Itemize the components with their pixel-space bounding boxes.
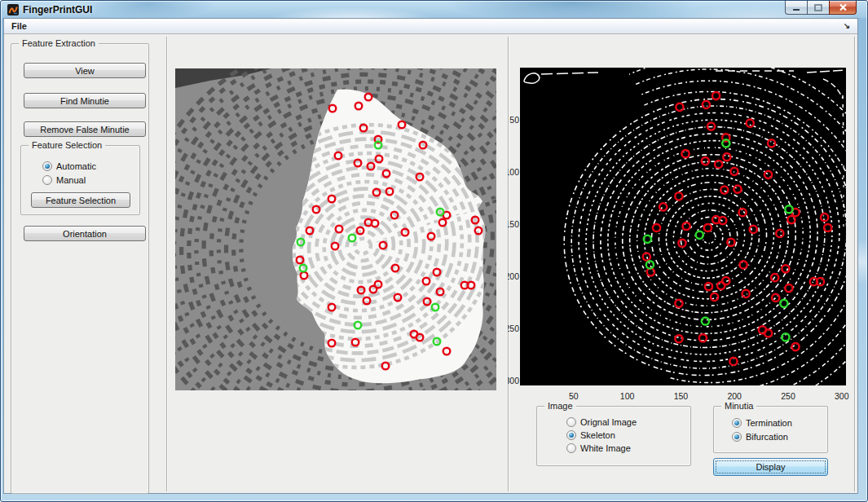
view-button[interactable]: View — [24, 63, 146, 78]
radio-white-image[interactable]: White Image — [566, 443, 631, 454]
y-axis-ticks: 50100150200250300 — [508, 35, 520, 391]
radio-bifurcation-label: Bifurcation — [746, 432, 788, 442]
radio-skeleton-label: Skeleton — [580, 430, 615, 440]
radio-automatic[interactable]: Automatic — [42, 161, 96, 172]
minimize-icon — [792, 4, 800, 11]
radio-automatic-label: Automatic — [56, 161, 96, 171]
radio-original-image-label: Orignal Image — [580, 417, 637, 427]
radio-skeleton[interactable]: Skeleton — [566, 429, 615, 441]
figure-canvas: Feature Extraction View Find Minutie Rem… — [4, 35, 857, 493]
image-group-label: Image — [544, 401, 576, 411]
x-tick-label: 300 — [835, 391, 849, 401]
radio-white-image-label: White Image — [580, 443, 631, 453]
feature-selection-button[interactable]: Feature Selection — [31, 192, 130, 208]
radio-termination-label: Termination — [746, 418, 792, 428]
matlab-app-icon — [7, 4, 19, 15]
radio-bifurcation-icon — [732, 432, 742, 442]
feature-extraction-group: Feature Extraction View Find Minutie Rem… — [11, 43, 149, 494]
remove-false-minutie-button[interactable]: Remove False Minutie — [24, 121, 146, 137]
minutia-group-label: Minutia — [721, 401, 756, 411]
window: FingerPrintGUI File ↘ — [0, 0, 868, 502]
feature-selection-group-label: Feature Selection — [29, 140, 105, 150]
minimize-button[interactable] — [785, 1, 808, 15]
y-tick-label: 300 — [508, 376, 519, 385]
x-tick-label: 250 — [781, 391, 795, 401]
menu-file[interactable]: File — [4, 19, 34, 33]
orientation-button[interactable]: Orientation — [24, 226, 146, 241]
figure-window: File ↘ Feature Extraction View Find Minu… — [4, 19, 857, 493]
x-tick-label: 50 — [569, 391, 579, 401]
radio-original-image-icon — [566, 417, 576, 427]
radio-automatic-icon — [42, 161, 52, 171]
radio-original-image[interactable]: Orignal Image — [566, 416, 637, 428]
y-tick-label: 50 — [509, 115, 519, 125]
fingerprint-image — [175, 68, 496, 390]
x-tick-label: 150 — [674, 391, 689, 401]
x-tick-label: 100 — [620, 391, 635, 401]
panel-divider-right — [854, 37, 855, 491]
panel-divider-left — [166, 37, 167, 491]
radio-termination-icon — [732, 418, 742, 428]
radio-skeleton-icon — [566, 430, 576, 440]
radio-termination[interactable]: Termination — [732, 417, 792, 429]
display-button[interactable]: Display — [713, 458, 828, 476]
feature-selection-group: Feature Selection Automatic Manual Featu… — [20, 145, 140, 215]
minutia-group: Minutia Termination Bifurcation — [713, 406, 828, 453]
dock-arrow-icon[interactable]: ↘ — [842, 20, 852, 32]
window-controls — [785, 1, 857, 15]
feature-extraction-group-label: Feature Extraction — [19, 38, 99, 48]
menubar: File ↘ — [4, 19, 857, 34]
skeleton-image — [520, 68, 846, 385]
radio-white-image-icon — [566, 443, 576, 453]
image-group: Image Orignal Image Skeleton White Image — [536, 406, 691, 466]
find-minutie-button[interactable]: Find Minutie — [24, 93, 146, 108]
window-title: FingerPrintGUI — [23, 1, 92, 19]
radio-manual-icon — [42, 175, 52, 185]
y-tick-label: 200 — [508, 271, 519, 281]
radio-bifurcation[interactable]: Bifurcation — [732, 431, 788, 443]
y-tick-label: 100 — [508, 167, 519, 177]
maximize-icon — [814, 4, 822, 11]
maximize-button[interactable] — [808, 1, 829, 15]
radio-manual[interactable]: Manual — [42, 174, 86, 186]
close-button[interactable] — [829, 1, 857, 15]
radio-manual-label: Manual — [56, 175, 86, 185]
x-tick-label: 200 — [727, 391, 742, 401]
close-icon — [839, 3, 848, 11]
y-tick-label: 150 — [508, 219, 519, 229]
titlebar[interactable]: FingerPrintGUI — [1, 1, 867, 19]
y-tick-label: 250 — [508, 324, 519, 333]
